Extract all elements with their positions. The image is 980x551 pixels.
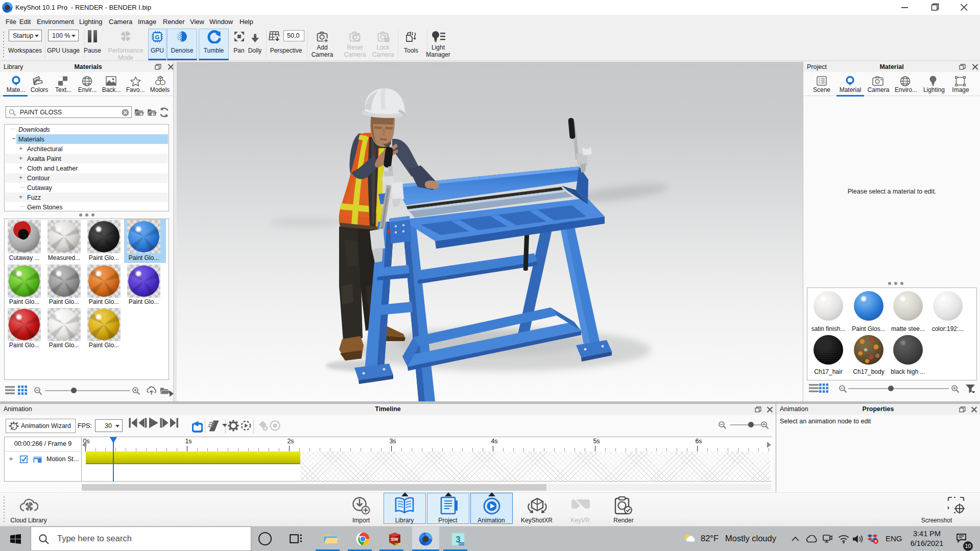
svg-text:SW: SW: [391, 537, 398, 542]
svg-text:MAX: MAX: [459, 542, 465, 545]
svg-text:2020: 2020: [395, 542, 401, 545]
svg-text:P: P: [124, 33, 127, 39]
svg-text:G: G: [155, 34, 160, 40]
